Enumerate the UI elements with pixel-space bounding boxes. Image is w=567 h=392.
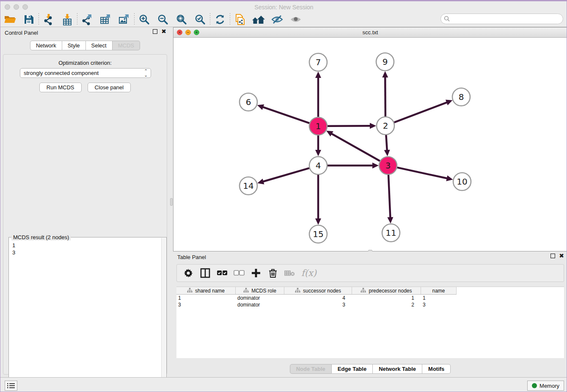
import-table-icon[interactable] [60, 13, 74, 26]
import-network-icon[interactable] [41, 13, 56, 26]
close-panel-button[interactable]: Close panel [88, 83, 131, 92]
edge-3-1[interactable] [331, 133, 380, 161]
node-15[interactable]: 15 [309, 225, 327, 243]
hide-selected-icon[interactable] [270, 13, 284, 26]
zoom-out-icon[interactable] [156, 13, 170, 26]
edge-2-3[interactable] [386, 135, 387, 151]
table-row[interactable]: 1dominator411 [176, 295, 564, 301]
tree-icon [187, 288, 193, 294]
svg-text:6: 6 [246, 97, 251, 107]
save-session-icon[interactable] [22, 13, 36, 26]
main-toolbar [0, 12, 567, 27]
table-header-row: shared nameMCDS rolesuccessor nodesprede… [176, 287, 564, 295]
cell-MCDS-role[interactable]: dominator [236, 302, 284, 308]
node-11[interactable]: 11 [382, 224, 400, 242]
tab-select[interactable]: Select [86, 41, 113, 50]
delete-table-icon [284, 267, 295, 279]
edge-1-6[interactable] [262, 107, 309, 123]
edge-3-11[interactable] [388, 175, 391, 218]
open-session-icon[interactable] [3, 13, 17, 26]
gear-icon[interactable] [183, 267, 194, 279]
tab-motifs[interactable]: Motifs [422, 364, 451, 374]
edge-2-8[interactable] [394, 102, 448, 122]
tab-network-table[interactable]: Network Table [373, 364, 422, 374]
cell-successor-nodes[interactable]: 3 [284, 302, 352, 308]
copy-view-icon[interactable] [233, 13, 247, 26]
close-panel-icon[interactable]: ✖ [161, 29, 166, 34]
zoom-in-icon[interactable] [137, 13, 151, 26]
function-builder-icon: f(x) [301, 267, 317, 279]
network-graph[interactable]: 7968124314101511 [173, 38, 567, 251]
arrowhead-4-3 [372, 163, 379, 168]
node-8[interactable]: 8 [452, 88, 470, 106]
memory-button[interactable]: Memory [527, 381, 564, 391]
tab-edge-table[interactable]: Edge Table [332, 364, 373, 374]
svg-text:15: 15 [313, 229, 323, 239]
column-header-MCDS-role[interactable]: MCDS role [236, 287, 284, 295]
add-column-icon[interactable] [250, 267, 261, 279]
cell-name[interactable]: 1 [421, 295, 457, 301]
select-all-icon[interactable] [217, 267, 228, 279]
edge-1-2[interactable] [328, 126, 371, 126]
delete-column-icon[interactable] [267, 267, 278, 279]
node-3[interactable]: 3 [379, 157, 397, 174]
edge-2-9[interactable] [385, 76, 385, 116]
mcds-result-text[interactable]: 1 3 [12, 242, 160, 392]
edge-3-10[interactable] [397, 168, 448, 179]
cell-predecessor-nodes[interactable]: 1 [352, 295, 421, 301]
tree-icon [361, 288, 366, 294]
table-row[interactable]: 3dominator323 [176, 301, 564, 308]
vertical-splitter[interactable] [170, 27, 173, 377]
cell-name[interactable]: 3 [421, 302, 457, 308]
node-10[interactable]: 10 [453, 173, 471, 190]
network-canvas[interactable]: 7968124314101511 [173, 38, 567, 251]
cell-shared-name[interactable]: 3 [176, 302, 236, 308]
tab-style[interactable]: Style [62, 41, 86, 50]
column-header-predecessor-nodes[interactable]: predecessor nodes [352, 287, 421, 295]
node-14[interactable]: 14 [239, 177, 257, 195]
arrowhead-3-10 [446, 175, 453, 181]
node-7[interactable]: 7 [309, 53, 327, 71]
cell-shared-name[interactable]: 1 [176, 295, 236, 301]
home-icon[interactable] [251, 13, 266, 26]
task-history-button[interactable] [5, 381, 17, 391]
tab-node-table[interactable]: Node Table [290, 364, 332, 374]
tab-mcds[interactable]: MCDS [113, 41, 140, 50]
close-table-panel-icon[interactable]: ✖ [559, 254, 564, 258]
arrowhead-2-3 [384, 150, 390, 156]
node-2[interactable]: 2 [377, 117, 394, 135]
optimization-criterion-select[interactable]: strongly connected component ⌃⌄ [20, 68, 151, 78]
result-scrollbar[interactable] [161, 238, 166, 392]
cell-successor-nodes[interactable]: 4 [284, 295, 352, 301]
deselect-all-icon[interactable] [234, 267, 245, 279]
node-table: shared nameMCDS rolesuccessor nodesprede… [176, 287, 564, 358]
export-table-icon[interactable] [99, 13, 113, 26]
column-header-successor-nodes[interactable]: successor nodes [284, 287, 352, 295]
edge-4-14[interactable] [262, 168, 309, 182]
cell-predecessor-nodes[interactable]: 2 [352, 302, 421, 308]
export-image-icon[interactable] [117, 13, 132, 26]
tab-network[interactable]: Network [30, 41, 62, 50]
export-network-icon[interactable] [80, 13, 94, 26]
node-9[interactable]: 9 [376, 53, 394, 71]
chevron-updown-icon: ⌃⌄ [144, 69, 148, 77]
node-4[interactable]: 4 [309, 157, 327, 174]
zoom-selected-icon[interactable] [193, 13, 207, 26]
arrowhead-1-7 [315, 72, 321, 78]
column-header-name[interactable]: name [421, 287, 457, 295]
splitter-handle[interactable] [170, 198, 173, 206]
cell-MCDS-role[interactable]: dominator [236, 295, 284, 301]
optimization-criterion-label: Optimization criterion: [3, 60, 167, 66]
network-window-titlebar[interactable]: ✕ − + scc.txt [173, 28, 567, 38]
float-panel-icon[interactable] [153, 29, 157, 34]
search-input[interactable] [440, 14, 563, 24]
split-view-icon[interactable] [200, 267, 211, 279]
refresh-layout-icon[interactable] [213, 13, 227, 26]
column-header-shared-name[interactable]: shared name [176, 287, 236, 295]
zoom-fit-icon[interactable] [174, 13, 189, 26]
node-6[interactable]: 6 [239, 93, 257, 111]
show-all-icon[interactable] [289, 13, 303, 26]
float-table-panel-icon[interactable] [550, 254, 555, 258]
run-mcds-button[interactable]: Run MCDS [39, 83, 82, 92]
node-1[interactable]: 1 [309, 117, 327, 135]
